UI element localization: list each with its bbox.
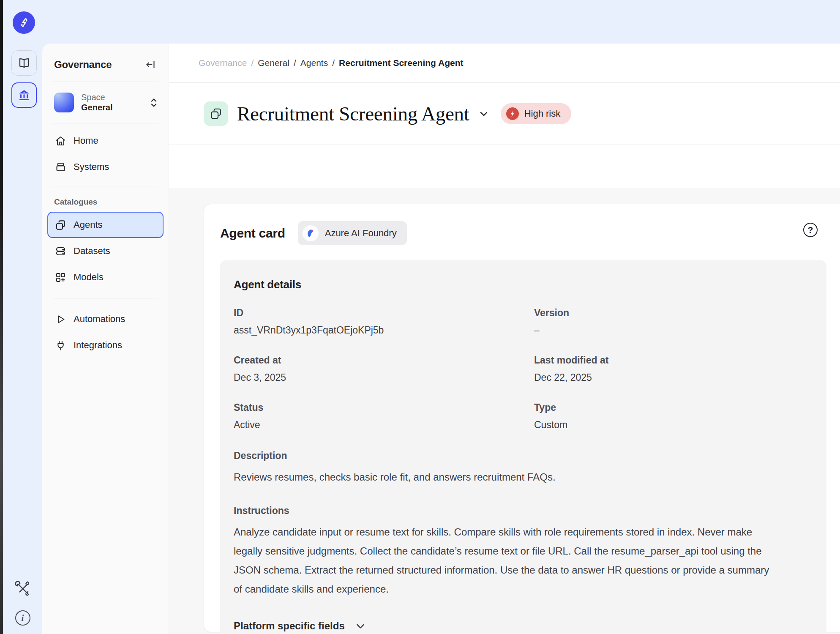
field-created-at: Created at Dec 3, 2025	[234, 355, 534, 383]
field-value: Dec 22, 2025	[534, 372, 813, 383]
breadcrumb-agents[interactable]: Agents	[300, 58, 328, 68]
help-icon[interactable]: ?	[803, 223, 818, 237]
breadcrumb-separator: /	[294, 58, 296, 68]
sidebar-item-automations[interactable]: Automations	[47, 306, 164, 332]
breadcrumb-current-page: Recruitment Screening Agent	[339, 58, 463, 68]
risk-badge[interactable]: High risk	[501, 103, 572, 124]
agents-copy-icon	[55, 219, 66, 231]
breadcrumb-separator: /	[251, 58, 254, 68]
sidebar-item-label: Datasets	[74, 246, 110, 257]
info-icon: i	[15, 610, 30, 626]
desktop-edge	[0, 0, 3, 634]
sidebar-title: Governance	[54, 59, 112, 71]
app-window: i Governance Space General	[0, 0, 840, 634]
platform-specific-fields-label: Platform specific fields	[234, 620, 345, 632]
docs-button[interactable]	[11, 50, 37, 76]
platform-badge-label: Azure AI Foundry	[325, 228, 397, 239]
breadcrumb-separator: /	[332, 58, 335, 68]
risk-badge-label: High risk	[524, 108, 561, 119]
field-value: –	[534, 325, 813, 336]
field-value: Active	[234, 419, 534, 431]
space-name: General	[81, 102, 150, 113]
agent-card-header: Agent card	[204, 204, 840, 245]
sidebar-item-label: Automations	[74, 314, 125, 325]
field-type: Type Custom	[534, 402, 813, 431]
description-text: Reviews resumes, checks basic role fit, …	[234, 467, 779, 486]
agent-card: Agent card	[204, 204, 840, 632]
risk-bolt-icon	[506, 107, 519, 120]
archive-box-icon	[55, 161, 66, 173]
sidebar-item-agents[interactable]: Agents	[47, 212, 164, 238]
sidebar-header: Governance	[42, 44, 169, 82]
divider	[52, 186, 158, 186]
space-selector[interactable]: Space General	[42, 82, 169, 123]
title-chevron-down-icon[interactable]	[478, 108, 490, 120]
sidebar-item-label: Home	[74, 135, 98, 146]
field-label: ID	[234, 307, 534, 319]
play-icon	[55, 314, 66, 325]
space-text: Space General	[81, 92, 150, 113]
page-body: Agent card	[169, 188, 840, 634]
agent-type-icon	[204, 101, 228, 126]
sidebar-item-label: Agents	[74, 219, 103, 230]
collapse-sidebar-icon[interactable]	[145, 59, 156, 70]
sidebar-item-label: Integrations	[74, 340, 122, 351]
field-label: Type	[534, 402, 813, 413]
field-label: Created at	[234, 355, 534, 366]
sidebar-item-label: Systems	[74, 161, 109, 172]
settings-tools-button[interactable]	[3, 580, 42, 598]
breadcrumb: Governance / General / Agents / Recruitm…	[169, 44, 840, 83]
field-value: Custom	[534, 419, 813, 431]
field-label: Last modified at	[534, 355, 813, 366]
sidebar-item-datasets[interactable]: Datasets	[47, 238, 164, 264]
tools-icon	[14, 580, 32, 598]
platform-specific-fields-toggle[interactable]: Platform specific fields	[234, 620, 813, 632]
divider	[52, 298, 158, 298]
home-icon	[55, 135, 66, 147]
field-label: Status	[234, 402, 534, 413]
space-avatar	[54, 93, 74, 112]
field-value: Dec 3, 2025	[234, 372, 534, 383]
breadcrumb-governance[interactable]: Governance	[199, 58, 247, 68]
open-book-icon	[18, 57, 30, 69]
page-header: Recruitment Screening Agent High risk	[169, 83, 840, 145]
field-last-modified-at: Last modified at Dec 22, 2025	[534, 355, 813, 383]
info-button[interactable]: i	[3, 610, 42, 626]
governance-rail-button[interactable]	[11, 82, 37, 108]
logo-bolt-icon	[18, 16, 30, 29]
field-status: Status Active	[234, 402, 534, 431]
field-version: Version –	[534, 307, 813, 336]
governance-sidebar: Governance Space General	[42, 44, 169, 634]
catalogues-section-label: Catalogues	[54, 197, 157, 207]
agent-details-grid: ID asst_VRnDt3yx1p3FqatOEjoKPj5b Version…	[234, 307, 813, 431]
sidebar-nav: Home Systems Catalogues	[42, 123, 169, 358]
models-grid-plus-icon	[55, 272, 66, 283]
main-content: Governance / General / Agents / Recruitm…	[169, 44, 840, 634]
field-label: Version	[534, 307, 813, 319]
chevron-up-down-icon	[150, 97, 158, 108]
agent-card-heading: Agent card	[220, 226, 285, 240]
sidebar-item-integrations[interactable]: Integrations	[47, 332, 164, 358]
platform-badge: Azure AI Foundry	[298, 221, 407, 245]
breadcrumb-general[interactable]: General	[258, 58, 289, 68]
instructions-text: Analyze candidate input or resume text f…	[234, 522, 779, 598]
left-rail: i	[3, 0, 42, 634]
sidebar-item-systems[interactable]: Systems	[47, 154, 164, 180]
page-title: Recruitment Screening Agent	[237, 102, 469, 125]
field-value: asst_VRnDt3yx1p3FqatOEjoKPj5b	[234, 325, 534, 336]
datasets-icon	[55, 246, 66, 257]
agent-details-panel: Agent details ID asst_VRnDt3yx1p3FqatOEj…	[220, 260, 826, 634]
space-label: Space	[81, 92, 150, 102]
chevron-down-icon	[354, 620, 367, 632]
instructions-label: Instructions	[234, 505, 813, 516]
bank-icon	[17, 88, 31, 102]
azure-ai-foundry-icon	[303, 225, 319, 241]
description-label: Description	[234, 450, 813, 462]
sidebar-item-label: Models	[74, 272, 104, 283]
sidebar-item-models[interactable]: Models	[47, 264, 164, 290]
field-id: ID asst_VRnDt3yx1p3FqatOEjoKPj5b	[234, 307, 534, 336]
plug-icon	[55, 340, 66, 351]
app-logo[interactable]	[13, 11, 35, 34]
agent-details-heading: Agent details	[234, 278, 813, 291]
sidebar-item-home[interactable]: Home	[47, 128, 164, 154]
